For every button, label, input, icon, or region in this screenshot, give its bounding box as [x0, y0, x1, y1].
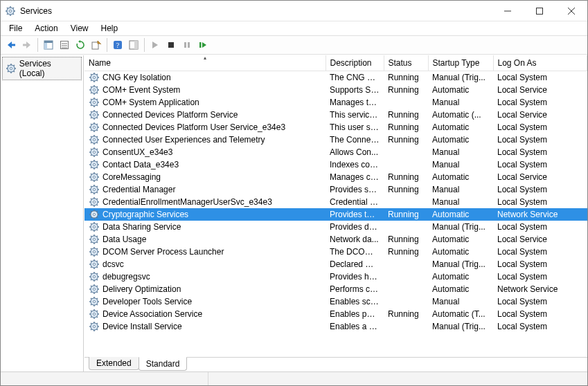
pause-service-button[interactable]	[179, 37, 195, 53]
menu-view[interactable]: View	[65, 23, 94, 34]
service-row[interactable]: Device Association ServiceEnables pair..…	[84, 308, 587, 320]
svg-rect-27	[134, 41, 138, 49]
service-description: Network da...	[326, 233, 384, 246]
service-description: Allows Con...	[326, 146, 384, 158]
service-status	[384, 196, 428, 208]
service-description: Provides da...	[326, 221, 384, 233]
service-status: Running	[384, 233, 428, 246]
service-row[interactable]: Developer Tools ServiceEnables sce...Man…	[84, 295, 587, 308]
svg-rect-30	[188, 42, 190, 48]
services-list[interactable]: Name▴ Description Status Startup Type Lo…	[84, 55, 587, 357]
service-name: Data Sharing Service	[103, 222, 181, 232]
service-row[interactable]: COM+ System ApplicationManages th...Manu…	[84, 96, 587, 109]
service-startup: Manual (Trig...	[428, 71, 493, 84]
service-startup: Automatic (T...	[428, 308, 493, 320]
service-status: Running	[384, 121, 428, 134]
window-title: Services	[20, 6, 52, 16]
svg-rect-15	[23, 44, 28, 46]
service-row[interactable]: ConsentUX_e34e3Allows Con...ManualLocal …	[84, 146, 587, 158]
service-row[interactable]: Device Install ServiceEnables a c...Manu…	[84, 320, 587, 333]
properties-button[interactable]	[57, 37, 72, 53]
menu-action[interactable]: Action	[29, 23, 63, 34]
stop-service-button[interactable]	[163, 37, 179, 53]
service-startup: Manual (Trig...	[428, 320, 493, 333]
column-description[interactable]: Description	[326, 55, 384, 71]
sort-indicator-icon: ▴	[204, 55, 206, 61]
column-startup[interactable]: Startup Type	[428, 55, 493, 71]
service-description: Supports Sy...	[326, 84, 384, 96]
service-row[interactable]: debugregsvcProvides hel...AutomaticLocal…	[84, 270, 587, 283]
gear-icon	[89, 109, 100, 120]
service-name: Contact Data_e34e3	[103, 160, 179, 169]
service-row[interactable]: CredentialEnrollmentManagerUserSvc_e34e3…	[84, 196, 587, 208]
service-logon: Local System	[493, 146, 587, 158]
minimize-button[interactable]	[492, 1, 524, 21]
service-name: Delivery Optimization	[103, 284, 181, 294]
back-button[interactable]	[3, 37, 19, 53]
tab-standard[interactable]: Standard	[139, 357, 188, 371]
titlebar: Services	[1, 1, 587, 21]
service-startup: Manual (Trig...	[428, 258, 493, 270]
service-row[interactable]: Data Sharing ServiceProvides da...Manual…	[84, 221, 587, 233]
maximize-button[interactable]	[524, 1, 555, 21]
help-button[interactable]: ?	[110, 37, 125, 53]
action-pane-button[interactable]	[126, 37, 141, 53]
service-startup: Automatic	[428, 171, 493, 183]
service-row[interactable]: Credential ManagerProvides se...RunningM…	[84, 183, 587, 196]
service-description: Provides se...	[326, 183, 384, 196]
service-name: Credential Manager	[103, 185, 175, 194]
service-startup: Automatic	[428, 283, 493, 295]
service-logon: Network Service	[493, 283, 587, 295]
service-name: COM+ Event System	[103, 85, 180, 95]
service-row[interactable]: CoreMessagingManages co...RunningAutomat…	[84, 171, 587, 183]
service-row[interactable]: Connected Devices Platform ServiceThis s…	[84, 109, 587, 121]
service-description: Provides thr...	[326, 208, 384, 221]
forward-button[interactable]	[19, 37, 35, 53]
service-row[interactable]: Cryptographic ServicesProvides thr...Run…	[84, 208, 587, 221]
service-status: Running	[384, 71, 428, 84]
nav-services-local[interactable]: Services (Local)	[2, 57, 82, 80]
gear-icon	[89, 234, 100, 245]
service-row[interactable]: CNG Key IsolationThe CNG ke...RunningMan…	[84, 71, 587, 84]
service-row[interactable]: Contact Data_e34e3Indexes con...ManualLo…	[84, 158, 587, 171]
menu-file[interactable]: File	[3, 23, 28, 34]
refresh-button[interactable]	[73, 37, 88, 53]
column-status[interactable]: Status	[384, 55, 428, 71]
service-status: Running	[384, 109, 428, 121]
gear-icon	[89, 147, 100, 158]
service-description: Enables sce...	[326, 295, 384, 308]
service-description: This user ser...	[326, 121, 384, 134]
service-logon: Local System	[493, 71, 587, 84]
show-hide-tree-button[interactable]	[41, 37, 56, 53]
service-name: debugregsvc	[103, 272, 150, 282]
restart-service-button[interactable]	[195, 37, 211, 53]
service-startup: Manual	[428, 158, 493, 171]
close-button[interactable]	[555, 1, 587, 21]
export-list-button[interactable]	[89, 37, 104, 53]
service-row[interactable]: Delivery OptimizationPerforms co...Autom…	[84, 283, 587, 295]
service-startup: Automatic	[428, 233, 493, 246]
start-service-button[interactable]	[148, 37, 163, 53]
svg-rect-11	[537, 8, 543, 14]
service-row[interactable]: Connected Devices Platform User Service_…	[84, 121, 587, 134]
gear-icon	[89, 284, 100, 295]
menu-help[interactable]: Help	[96, 23, 124, 34]
service-status	[384, 258, 428, 270]
column-name[interactable]: Name▴	[84, 55, 326, 71]
column-logon[interactable]: Log On As	[493, 55, 587, 71]
service-description: Enables a c...	[326, 320, 384, 333]
service-status	[384, 96, 428, 109]
service-status	[384, 158, 428, 171]
gear-icon	[89, 196, 100, 208]
service-status: Running	[384, 183, 428, 196]
svg-rect-31	[199, 42, 202, 48]
gear-icon	[89, 309, 100, 320]
service-row[interactable]: DCOM Server Process LauncherThe DCOML...…	[84, 246, 587, 258]
tab-extended[interactable]: Extended	[89, 357, 139, 370]
service-row[interactable]: Connected User Experiences and Telemetry…	[84, 134, 587, 146]
gear-icon	[89, 84, 100, 95]
service-row[interactable]: dcsvcDeclared Co...Manual (Trig...Local …	[84, 258, 587, 270]
service-row[interactable]: COM+ Event SystemSupports Sy...RunningAu…	[84, 84, 587, 96]
service-row[interactable]: Data UsageNetwork da...RunningAutomaticL…	[84, 233, 587, 246]
service-logon: Local System	[493, 270, 587, 283]
